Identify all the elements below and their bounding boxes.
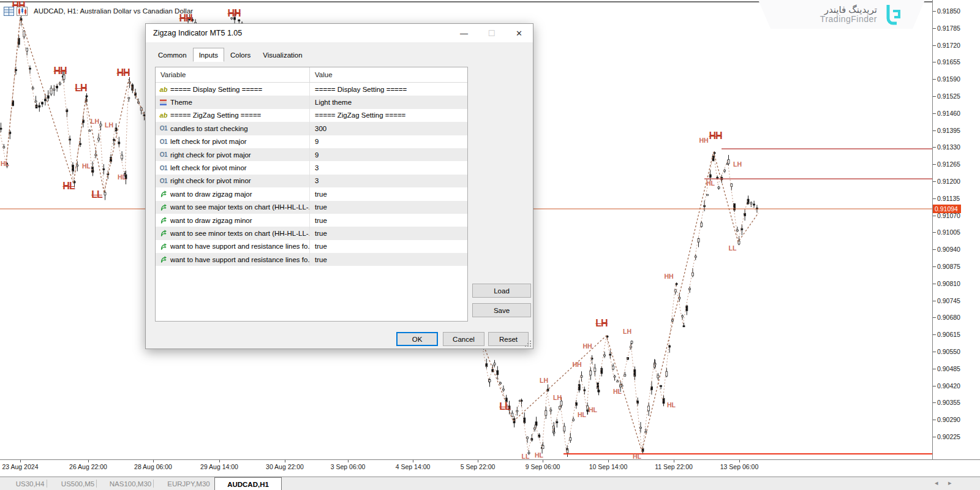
variable-value[interactable]: 3: [310, 164, 467, 172]
price-axis[interactable]: 0.918500.917850.917200.916550.915900.915…: [932, 0, 980, 459]
dialog-titlebar[interactable]: Zigzag Indicator MT5 1.05 — ☐ ✕: [146, 24, 533, 42]
input-row[interactable]: O1right check for pivot major9: [156, 148, 467, 161]
input-row[interactable]: want to see minor texts on chart (HH-HL-…: [156, 227, 467, 239]
dialog-tab-visualization[interactable]: Visualization: [257, 49, 308, 62]
variable-name: want to see major texts on chart (HH-HL-…: [170, 203, 310, 211]
price-tick-label: 0.91460: [937, 110, 960, 117]
chart-tab-eurjpy-m30[interactable]: EURJPY,M30: [158, 477, 219, 490]
variable-value[interactable]: true: [310, 203, 467, 211]
input-row[interactable]: want to draw zigzag minortrue: [156, 214, 467, 227]
time-axis[interactable]: 23 Aug 202426 Aug 22:0028 Aug 06:0029 Au…: [0, 459, 980, 477]
variable-name: want to have support and resistance line…: [170, 256, 310, 263]
tab-scroll-left-icon[interactable]: ◂: [935, 479, 938, 487]
zigzag-label-hh: HH: [699, 137, 708, 144]
variable-value[interactable]: true: [310, 217, 467, 224]
time-tick-label: 11 Sep 22:00: [655, 463, 693, 470]
tab-scroll-right-icon[interactable]: ▸: [948, 479, 952, 487]
input-row[interactable]: want to have support and resistance line…: [156, 240, 467, 253]
time-tick-label: 23 Aug 2024: [2, 463, 39, 470]
variable-name: want to draw zigzag major: [170, 190, 252, 198]
time-tick: [413, 460, 413, 462]
price-tick-label: 0.91265: [937, 160, 960, 168]
variable-value[interactable]: ===== ZigZag Setting =====: [310, 111, 467, 119]
price-tick: [933, 284, 936, 284]
table-header: Variable Value: [156, 67, 467, 83]
input-row[interactable]: want to draw zigzag majortrue: [156, 187, 467, 200]
price-tick-label: 0.91005: [937, 228, 960, 236]
chart-tab-audcad-h1[interactable]: AUDCAD,H1: [214, 477, 282, 490]
price-tick-label: 0.91850: [937, 7, 960, 15]
zigzag-label-hl: HL: [118, 174, 126, 181]
price-tick-label: 0.91330: [937, 143, 960, 151]
load-button[interactable]: Load: [472, 284, 531, 298]
variable-value[interactable]: 9: [310, 138, 467, 145]
chart-tab-nas100-m30[interactable]: NAS100,M30: [99, 477, 162, 490]
input-row[interactable]: want to see major texts on chart (HH-HL-…: [156, 201, 467, 214]
input-row[interactable]: O1left check for pivot minor3: [156, 161, 467, 174]
zigzag-label-hl: HL: [82, 163, 91, 170]
save-button[interactable]: Save: [472, 303, 531, 317]
variable-name: want to have support and resistance line…: [170, 243, 310, 250]
close-button[interactable]: ✕: [505, 24, 533, 42]
variable-value[interactable]: Light theme: [310, 99, 467, 106]
zigzag-label-hl: HL: [613, 388, 622, 395]
variable-value[interactable]: 300: [310, 125, 467, 132]
inputs-table: Variable Value ab===== Display Setting =…: [155, 67, 468, 322]
dialog-tab-inputs[interactable]: Inputs: [193, 48, 224, 62]
input-row[interactable]: want to have support and resistance line…: [156, 253, 467, 266]
time-tick: [608, 460, 609, 462]
zigzag-settings-dialog: Zigzag Indicator MT5 1.05 — ☐ ✕ CommonIn…: [145, 23, 533, 349]
minimize-button[interactable]: —: [450, 24, 478, 42]
variable-value[interactable]: 3: [310, 177, 467, 184]
dialog-title: Zigzag Indicator MT5 1.05: [153, 29, 242, 37]
input-row[interactable]: O1right check for pivot minor3: [156, 175, 467, 187]
price-tick-label: 0.90550: [937, 348, 960, 355]
num-icon: O1: [158, 138, 169, 145]
current-price-tag: 0.91094: [933, 205, 961, 213]
price-tick-label: 0.91590: [937, 75, 960, 83]
cancel-button[interactable]: Cancel: [443, 332, 484, 346]
zigzag-label-hh: HH: [709, 131, 722, 141]
ok-button[interactable]: OK: [396, 332, 438, 346]
variable-name: left check for pivot minor: [170, 164, 247, 172]
chart-window-icon[interactable]: [17, 7, 28, 16]
zigzag-label-hl: HL: [578, 412, 586, 418]
num-icon: O1: [158, 151, 169, 158]
time-tick-label: 26 Aug 22:00: [69, 463, 107, 470]
depth-of-market-icon[interactable]: [4, 7, 14, 16]
price-tick-label: 0.91200: [937, 178, 960, 185]
time-tick: [20, 460, 21, 462]
time-tick-label: 9 Sep 06:00: [526, 463, 560, 470]
time-tick-label: 10 Sep 14:00: [589, 463, 627, 470]
price-tick: [933, 45, 936, 46]
input-row[interactable]: O1candles to start checking300: [156, 122, 467, 135]
column-header-variable[interactable]: Variable: [156, 67, 310, 82]
time-tick-label: 30 Aug 22:00: [266, 463, 304, 470]
num-icon: O1: [158, 125, 169, 132]
variable-value[interactable]: true: [310, 230, 467, 237]
price-tick: [933, 198, 936, 199]
ab-icon: ab: [158, 111, 169, 119]
variable-value[interactable]: 9: [310, 151, 467, 159]
resize-grip[interactable]: [524, 340, 532, 347]
input-row[interactable]: ab===== ZigZag Setting ========== ZigZag…: [156, 109, 467, 122]
variable-value[interactable]: true: [310, 256, 467, 263]
variable-value[interactable]: true: [310, 243, 467, 250]
dialog-tab-common[interactable]: Common: [152, 49, 193, 62]
input-row[interactable]: ab===== Display Setting ========== Displ…: [156, 83, 467, 96]
chart-tab-us30-h4[interactable]: US30,H4: [5, 477, 55, 490]
num-icon: O1: [158, 165, 169, 172]
reset-button[interactable]: Reset: [488, 332, 529, 346]
price-tick: [933, 181, 936, 182]
maximize-button: ☐: [478, 24, 505, 42]
variable-name: want to draw zigzag minor: [170, 217, 252, 224]
input-row[interactable]: O1left check for pivot major9: [156, 135, 467, 148]
dialog-tab-colors[interactable]: Colors: [224, 49, 257, 62]
price-tick: [933, 147, 936, 148]
input-row[interactable]: ThemeLight theme: [156, 96, 467, 108]
time-tick: [219, 460, 220, 462]
variable-value[interactable]: ===== Display Setting =====: [310, 86, 467, 93]
column-header-value[interactable]: Value: [310, 71, 467, 78]
variable-value[interactable]: true: [310, 190, 467, 198]
time-tick: [674, 460, 674, 462]
